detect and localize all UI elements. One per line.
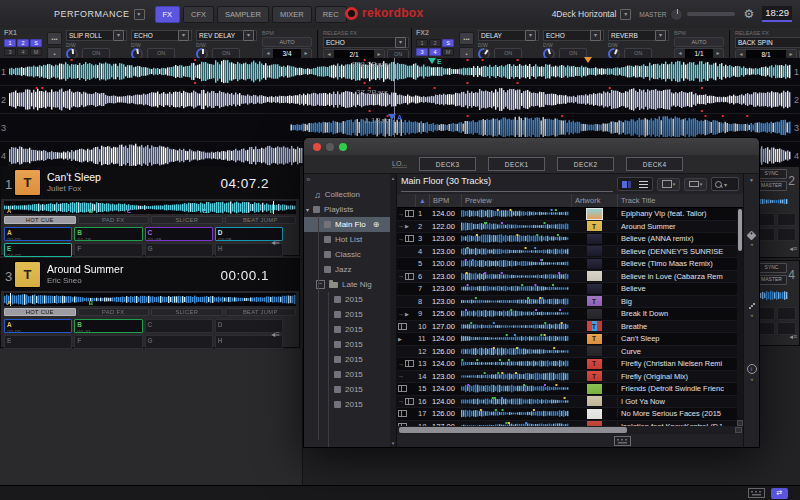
- track-preview-waveform[interactable]: [461, 259, 571, 268]
- scrollbar-button[interactable]: [737, 420, 743, 426]
- preview-waveform[interactable]: [461, 209, 569, 218]
- table-row[interactable]: 7123.00Believe: [397, 283, 743, 296]
- fx-assign-button-3[interactable]: 3: [416, 48, 428, 56]
- fx-effect-select[interactable]: REVERB▾: [608, 30, 669, 41]
- hot-cue-pad-f[interactable]: F: [74, 243, 142, 257]
- column-layout-button[interactable]: ▾: [657, 178, 680, 191]
- dropdown-icon[interactable]: ▾: [134, 9, 145, 20]
- release-fx-select[interactable]: BACK SPIN▾: [735, 37, 800, 48]
- sidebar-item-collection[interactable]: ♫Collection: [304, 187, 396, 202]
- artwork-view-button[interactable]: [619, 179, 634, 189]
- pad-menu-icon[interactable]: ◂≡: [789, 333, 797, 341]
- dropdown-icon[interactable]: ▾: [620, 9, 631, 20]
- preview-waveform[interactable]: [461, 334, 569, 343]
- add-playlist-icon[interactable]: ⊕: [373, 220, 380, 229]
- dropdown-icon[interactable]: ▾: [178, 30, 189, 41]
- keyboard-shortcut-icon[interactable]: [748, 488, 765, 498]
- preview-waveform[interactable]: [461, 234, 569, 243]
- fx-assign-button-2[interactable]: 2: [17, 39, 29, 47]
- fx-assign-button-s[interactable]: S: [442, 39, 454, 47]
- track-preview-waveform[interactable]: [461, 397, 571, 406]
- track-preview-waveform[interactable]: [461, 222, 571, 231]
- hot-cue-pad-f[interactable]: F: [74, 335, 142, 349]
- dropdown-icon[interactable]: ▾: [113, 30, 124, 41]
- tag-list-icon[interactable]: [747, 231, 757, 241]
- beat-increase-button[interactable]: ▸: [301, 49, 311, 58]
- mode-button-rec[interactable]: REC: [315, 6, 347, 23]
- preview-waveform[interactable]: [461, 247, 569, 256]
- track-preview-waveform[interactable]: [461, 272, 571, 281]
- dropdown-icon[interactable]: ▾: [590, 30, 601, 41]
- close-window-icon[interactable]: [313, 143, 321, 151]
- track-preview-waveform[interactable]: [461, 384, 571, 393]
- track-preview-waveform[interactable]: [461, 359, 571, 368]
- pad[interactable]: [777, 213, 796, 226]
- horizontal-scrollbar-corner[interactable]: [735, 427, 742, 433]
- scroll-up-icon[interactable]: ▴: [392, 175, 395, 181]
- sync-button[interactable]: SYNC: [756, 169, 787, 179]
- fx-assign-button-2[interactable]: 2: [429, 39, 441, 47]
- table-row[interactable]: →16124.00I Got Ya Now: [397, 396, 743, 409]
- hot-cue-pad-e[interactable]: E04:07: [4, 243, 72, 257]
- settings-gear-icon[interactable]: ⚙: [743, 7, 754, 21]
- fx-bank-button[interactable]: •••: [47, 32, 62, 45]
- track-preview-waveform[interactable]: [461, 409, 571, 418]
- browser-tab-deck1[interactable]: DECK1: [488, 157, 545, 171]
- deck-overview-thumb[interactable]: [756, 194, 788, 209]
- horizontal-scrollbar[interactable]: [397, 426, 743, 434]
- preview-waveform[interactable]: [461, 272, 569, 281]
- fx-assign-button-s[interactable]: S: [30, 39, 42, 47]
- dropdown-icon[interactable]: ▾: [525, 30, 536, 41]
- hot-cue-pad-c[interactable]: C01:48: [145, 227, 213, 241]
- panel-open-icon[interactable]: ◂: [750, 376, 753, 382]
- preview-waveform[interactable]: [461, 284, 569, 293]
- hot-cue-pad-g[interactable]: G: [145, 335, 213, 349]
- pad[interactable]: [777, 228, 796, 241]
- pad-mode-tab-hot-cue[interactable]: HOT CUE: [4, 216, 76, 224]
- track-list-scrollbar[interactable]: [737, 208, 743, 426]
- fx-assign-button-1[interactable]: 1: [416, 39, 428, 47]
- fx-effect-select[interactable]: ECHO▾: [543, 30, 604, 41]
- master-button[interactable]: MASTER: [756, 275, 787, 285]
- minimize-window-icon[interactable]: [326, 143, 334, 151]
- waveform-deck-1[interactable]: [9, 59, 791, 84]
- browser-tab-deck3[interactable]: DECK3: [419, 157, 476, 171]
- column-number[interactable]: ▲: [415, 194, 429, 207]
- track-preview-waveform[interactable]: [461, 309, 571, 318]
- mode-button-cfx[interactable]: CFX: [183, 6, 214, 23]
- scrollbar-thumb[interactable]: [738, 209, 742, 251]
- track-preview-waveform[interactable]: [461, 209, 571, 218]
- pad-mode-tab-pad-fx[interactable]: PAD FX: [78, 308, 150, 316]
- mode-button-sampler[interactable]: SAMPLER: [217, 6, 269, 23]
- beat-increase-button[interactable]: ▸: [713, 49, 723, 58]
- preview-waveform[interactable]: [461, 322, 569, 331]
- preview-waveform[interactable]: [461, 259, 569, 268]
- search-input[interactable]: ▾: [711, 177, 739, 191]
- pad[interactable]: [777, 307, 796, 320]
- master-volume-knob[interactable]: [670, 8, 683, 21]
- column-preview[interactable]: Preview: [461, 194, 571, 207]
- pad-mode-tab-beat-jump[interactable]: BEAT JUMP: [225, 216, 297, 224]
- table-row[interactable]: 17126.00No More Serious Faces (2015: [397, 408, 743, 421]
- pad-mode-tab-beat-jump[interactable]: BEAT JUMP: [225, 308, 297, 316]
- preview-waveform[interactable]: [461, 222, 569, 231]
- horizontal-scrollbar-thumb[interactable]: [399, 427, 627, 433]
- track-preview-waveform[interactable]: [461, 334, 571, 343]
- table-row[interactable]: 12126.00Curve: [397, 346, 743, 359]
- pad-mode-tab-slicer[interactable]: SLICER: [151, 308, 223, 316]
- fx-effect-select[interactable]: ECHO▾: [131, 30, 192, 41]
- hot-cue-pad-c[interactable]: C: [145, 319, 213, 333]
- keyboard-shortcut-icon[interactable]: [614, 436, 631, 446]
- fx-effect-select[interactable]: DELAY▾: [478, 30, 539, 41]
- track-list[interactable]: →1124.00Epiphany Vip (feat. Tailor)→▶212…: [397, 208, 743, 426]
- sync-button[interactable]: SYNC: [756, 263, 787, 273]
- hot-cue-pad-b[interactable]: B01:15: [74, 227, 142, 241]
- sidebar-collapse-icon[interactable]: »: [306, 175, 310, 184]
- fx-bank-button[interactable]: •••: [459, 32, 474, 45]
- table-row[interactable]: →3123.00Believe (ANNA remix): [397, 233, 743, 246]
- scroll-down-icon[interactable]: ▾: [392, 440, 395, 446]
- hot-cue-pad-a[interactable]: A00:00: [4, 227, 72, 241]
- dropdown-icon[interactable]: ▾: [655, 30, 666, 41]
- column-track-title[interactable]: Track Title: [617, 194, 743, 207]
- preview-waveform[interactable]: [461, 359, 569, 368]
